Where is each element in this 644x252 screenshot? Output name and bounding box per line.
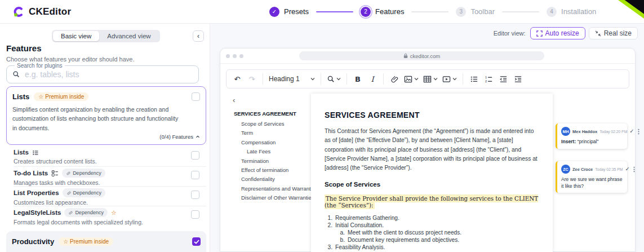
premium-badge: ☆ Premium inside bbox=[59, 237, 113, 246]
stepper: ✓Presets2Features3Toolbar4Installation bbox=[269, 0, 596, 23]
step-features[interactable]: 2Features bbox=[361, 7, 404, 17]
step-label: Installation bbox=[561, 7, 596, 16]
collapse-sidebar-button[interactable]: ‹ bbox=[193, 30, 204, 42]
comment-menu-icon[interactable] bbox=[633, 166, 635, 173]
subfeature-row-lists: Lists Creates structured content lists. bbox=[6, 147, 206, 166]
toc-item[interactable]: Late Fees bbox=[234, 147, 310, 156]
toc-item[interactable]: Compensation bbox=[234, 138, 310, 147]
numbered-list-button[interactable]: 12 bbox=[482, 72, 495, 86]
toc-item[interactable]: Scope of Services bbox=[234, 120, 310, 129]
subfeature-title: List Properties bbox=[14, 189, 59, 197]
toc-item[interactable]: Termination bbox=[234, 157, 310, 166]
sidebar-subtitle: Choose what features your editor should … bbox=[6, 56, 134, 63]
highlighted-sentence: The Service Provider shall provide the f… bbox=[325, 195, 539, 209]
undo-icon: ↶ bbox=[234, 75, 241, 83]
chevron-left-icon: ‹ bbox=[197, 32, 199, 40]
resolve-comment-icon[interactable]: ✓ bbox=[625, 166, 629, 172]
comment-card[interactable]: ZC Zee Croce Today 02:35 PM ✓ Are we sur… bbox=[556, 161, 627, 193]
subfeature-description: Manages tasks with checkboxes. bbox=[14, 179, 206, 186]
link-icon bbox=[68, 210, 73, 215]
tab-advanced-view[interactable]: Advanced view bbox=[99, 31, 158, 41]
step-number: 3 bbox=[456, 7, 466, 17]
auto-resize-button[interactable]: Auto resize bbox=[530, 27, 585, 39]
feature-card-checkbox[interactable] bbox=[192, 237, 201, 246]
image-button[interactable] bbox=[403, 72, 420, 86]
bold-icon: B bbox=[355, 75, 361, 83]
features-count-toggle[interactable]: (0/4) Features bbox=[159, 134, 200, 140]
feature-card-description: Simplifies content organization by enabl… bbox=[12, 105, 181, 132]
collapse-toc-button[interactable]: ‹ bbox=[233, 96, 235, 104]
table-button[interactable] bbox=[422, 72, 439, 86]
toc-item[interactable]: Confidentiality bbox=[234, 175, 310, 184]
address-bar[interactable]: ckeditor.com bbox=[299, 51, 544, 60]
avatar: ZC bbox=[561, 165, 570, 174]
find-button[interactable] bbox=[326, 72, 342, 86]
toolbar-separator bbox=[383, 73, 384, 85]
feature-card-productivity[interactable]: Productivity ☆ Premium inside bbox=[6, 231, 206, 252]
step-connector bbox=[411, 11, 448, 12]
step-presets[interactable]: ✓Presets bbox=[269, 7, 309, 17]
feature-card-checkbox[interactable] bbox=[192, 92, 200, 101]
premium-badge: ☆ Premium inside bbox=[34, 92, 88, 101]
bulleted-list-button[interactable] bbox=[468, 72, 480, 86]
bulleted-list-icon bbox=[32, 149, 39, 156]
feature-card-title: Lists bbox=[12, 92, 29, 101]
chevron-left-icon: ‹ bbox=[233, 96, 235, 104]
toolbar-separator bbox=[263, 73, 263, 85]
toc-item[interactable]: Disclaimer of Other Warranties bbox=[234, 193, 310, 202]
document-section-heading: Scope of Services bbox=[325, 181, 539, 188]
subfeature-checkbox[interactable] bbox=[191, 210, 199, 219]
premium-star-icon: ☆ bbox=[111, 209, 117, 216]
toc-title: SERVICES AGREEMENT bbox=[234, 110, 296, 117]
search-icon bbox=[12, 70, 20, 78]
document-ordered-list: 1.Requirements Gathering.2.Initial Consu… bbox=[325, 215, 539, 252]
subfeature-checkbox[interactable] bbox=[191, 151, 199, 160]
heading-dropdown-button[interactable]: Heading 1 bbox=[268, 72, 316, 86]
features-sidebar: Basic view Advanced view ‹ Features Choo… bbox=[0, 23, 210, 252]
subfeature-row-legalstylelists: LegalStyleListsDependency☆ Formats legal… bbox=[6, 206, 206, 226]
subfeature-checkbox[interactable] bbox=[191, 191, 199, 199]
step-label: Features bbox=[375, 7, 404, 16]
italic-button[interactable]: I bbox=[366, 72, 379, 86]
step-installation[interactable]: 4Installation bbox=[547, 7, 596, 17]
link-icon bbox=[66, 171, 71, 176]
resolve-comment-icon[interactable]: ✓ bbox=[629, 129, 634, 134]
link-button[interactable] bbox=[388, 72, 401, 86]
toc-item[interactable]: Term bbox=[234, 129, 310, 138]
toc-item[interactable]: Effect of termination bbox=[234, 166, 310, 175]
outdent-button[interactable] bbox=[497, 72, 509, 86]
feature-card-lists[interactable]: Lists ☆ Premium inside Simplifies conten… bbox=[6, 86, 206, 145]
tab-basic-view[interactable]: Basic view bbox=[53, 31, 99, 41]
bulleted-list-icon bbox=[470, 75, 478, 83]
document-intro: This Contract for Services Agreement (th… bbox=[325, 127, 539, 173]
chevron-down-icon bbox=[310, 77, 315, 81]
comment-card[interactable]: MH Mex Haddox Today 02:20 PM ✓ Insert: “… bbox=[556, 123, 627, 149]
chevron-down-icon bbox=[336, 77, 341, 81]
toolbar-separator bbox=[347, 73, 347, 85]
lock-icon bbox=[403, 53, 408, 59]
bold-button[interactable]: B bbox=[352, 72, 364, 86]
comment-menu-icon[interactable] bbox=[638, 129, 639, 135]
real-size-button[interactable]: Real size bbox=[589, 27, 638, 39]
undo-button[interactable]: ↶ bbox=[231, 72, 243, 86]
ckeditor-logo[interactable]: CKEditor bbox=[12, 6, 71, 18]
toc-item[interactable]: Representations and Warranties bbox=[234, 184, 310, 193]
dependency-badge: Dependency bbox=[63, 188, 106, 197]
document-page[interactable]: SERVICES AGREEMENT This Contract for Ser… bbox=[311, 94, 553, 252]
subfeature-checkbox[interactable] bbox=[191, 171, 199, 179]
toc-list: Scope of ServicesTermCompensationLate Fe… bbox=[234, 120, 310, 203]
media-button[interactable] bbox=[441, 72, 458, 86]
preview-area: Editor view: Auto resize Real size bbox=[210, 23, 644, 252]
window-dot-icon bbox=[239, 54, 243, 58]
step-connector bbox=[316, 11, 353, 12]
redo-button[interactable]: ↷ bbox=[246, 72, 258, 86]
logo-text: CKEditor bbox=[29, 6, 71, 17]
subfeature-title: Lists bbox=[14, 149, 29, 156]
shrink-icon bbox=[595, 30, 601, 37]
dependency-badge: Dependency bbox=[64, 208, 108, 217]
document-list-item: b.Document key requirements and objectiv… bbox=[337, 237, 539, 244]
search-input[interactable] bbox=[24, 69, 178, 79]
step-toolbar[interactable]: 3Toolbar bbox=[456, 7, 495, 17]
editor-view-bar: Editor view: Auto resize Real size bbox=[494, 27, 638, 39]
indent-button[interactable] bbox=[512, 72, 524, 86]
